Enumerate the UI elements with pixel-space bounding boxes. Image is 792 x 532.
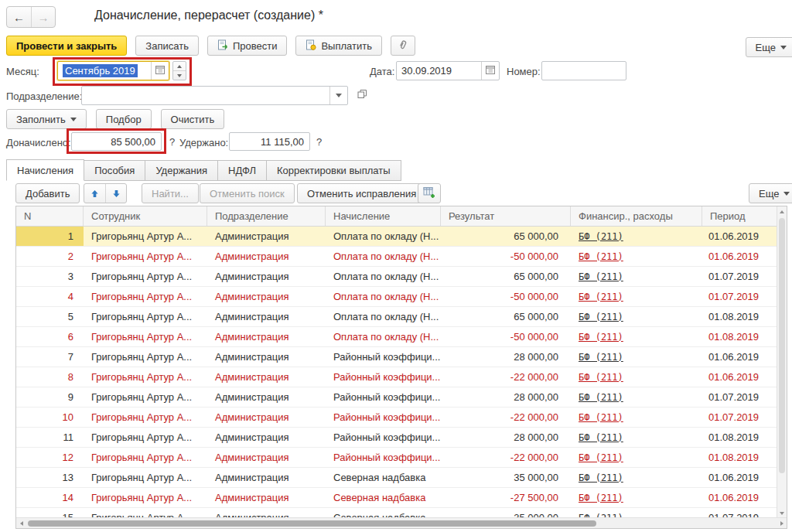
table-row[interactable]: 2Григорьянц Артур А...АдминистрацияОплат…	[16, 247, 787, 267]
cell-department[interactable]: Администрация	[207, 448, 326, 467]
cell-result[interactable]: 65 000,00	[441, 227, 571, 246]
post-button[interactable]: Провести	[207, 36, 288, 56]
table-row[interactable]: 3Григорьянц Артур А...АдминистрацияОплат…	[16, 267, 787, 287]
cell-accrual[interactable]: Районный коэффици...	[326, 408, 441, 427]
cell-period[interactable]: 01.06.2019	[702, 227, 777, 246]
cell-result[interactable]: 28 000,00	[441, 428, 571, 447]
cell-accrual[interactable]: Северная надбавка	[326, 488, 441, 507]
withheld-input[interactable]: 11 115,00	[229, 132, 310, 151]
cell-result[interactable]: -50 000,00	[441, 327, 571, 346]
cell-employee[interactable]: Григорьянц Артур А...	[84, 247, 207, 266]
cell-result[interactable]: 28 000,00	[441, 387, 571, 407]
cell-n[interactable]: 12	[16, 448, 84, 467]
table-row[interactable]: 6Григорьянц Артур А...АдминистрацияОплат…	[16, 327, 787, 347]
cell-department[interactable]: Администрация	[207, 367, 326, 387]
column-header-result[interactable]: Результат	[441, 206, 571, 226]
cell-department[interactable]: Администрация	[207, 428, 326, 447]
cell-result[interactable]: -22 000,00	[441, 408, 571, 427]
move-down-button[interactable]	[105, 184, 126, 203]
table-row[interactable]: 13Григорьянц Артур А...АдминистрацияСеве…	[16, 468, 787, 488]
cell-period[interactable]: 01.06.2019	[702, 247, 777, 266]
cell-period[interactable]: 01.08.2019	[702, 307, 777, 326]
cell-n[interactable]: 14	[16, 488, 84, 507]
cell-employee[interactable]: Григорьянц Артур А...	[84, 287, 207, 306]
cell-period[interactable]: 01.07.2019	[702, 408, 777, 427]
form-more-button[interactable]: Еще	[746, 37, 792, 57]
clear-button[interactable]: Очистить	[161, 109, 225, 129]
cell-employee[interactable]: Григорьянц Артур А...	[84, 488, 207, 507]
cell-employee[interactable]: Григорьянц Артур А...	[84, 227, 207, 246]
cell-period[interactable]: 01.07.2019	[702, 387, 777, 407]
cell-employee[interactable]: Григорьянц Артур А...	[84, 428, 207, 447]
cell-period[interactable]: 01.06.2019	[702, 488, 777, 507]
cell-accrual[interactable]: Оплата по окладу (Н...	[326, 267, 441, 286]
tab-benefits[interactable]: Пособия	[84, 160, 145, 181]
cell-accrual[interactable]: Северная надбавка	[326, 468, 441, 487]
cell-period[interactable]: 01.07.2019	[702, 267, 777, 286]
horizontal-scrollbar[interactable]	[16, 517, 787, 528]
cell-financing-link[interactable]: БФ (211)	[571, 387, 702, 407]
cell-period[interactable]: 01.08.2019	[702, 327, 777, 346]
withheld-help-link[interactable]: ?	[316, 136, 322, 148]
cell-financing-link[interactable]: БФ (211)	[571, 247, 702, 266]
cell-employee[interactable]: Григорьянц Артур А...	[84, 347, 207, 367]
column-header-employee[interactable]: Сотрудник	[84, 206, 207, 226]
cell-department[interactable]: Администрация	[207, 347, 326, 367]
cell-employee[interactable]: Григорьянц Артур А...	[84, 367, 207, 387]
table-row[interactable]: 7Григорьянц Артур А...АдминистрацияРайон…	[16, 347, 787, 367]
cell-result[interactable]: 65 000,00	[441, 267, 571, 286]
vertical-scroll-thumb[interactable]	[779, 218, 785, 473]
cell-result[interactable]: 65 000,00	[441, 307, 571, 326]
cell-accrual[interactable]: Районный коэффици...	[326, 448, 441, 467]
cell-n[interactable]: 2	[16, 247, 84, 266]
cell-accrual[interactable]: Оплата по окладу (Н...	[326, 327, 441, 346]
fill-button[interactable]: Заполнить	[6, 109, 87, 129]
back-button[interactable]: ←	[7, 7, 31, 27]
forward-button[interactable]: →	[31, 7, 55, 27]
tab-accruals[interactable]: Начисления	[6, 159, 84, 181]
month-calendar-button[interactable]	[151, 62, 169, 80]
cell-accrual[interactable]: Районный коэффици...	[326, 347, 441, 367]
table-row[interactable]: 8Григорьянц Артур А...АдминистрацияРайон…	[16, 367, 787, 387]
scroll-up-icon[interactable]	[777, 206, 787, 217]
column-header-period[interactable]: Период	[702, 206, 777, 226]
pick-button[interactable]: Подбор	[96, 109, 152, 129]
table-more-button[interactable]: Еще	[749, 183, 792, 203]
cell-accrual[interactable]: Оплата по окладу (Н...	[326, 247, 441, 266]
add-row-button[interactable]: Добавить	[15, 183, 80, 203]
horizontal-scroll-thumb[interactable]	[28, 520, 596, 527]
table-row[interactable]: 1Григорьянц Артур А...АдминистрацияОплат…	[16, 227, 787, 247]
cell-n[interactable]: 10	[16, 408, 84, 427]
stepper-up-icon[interactable]	[173, 62, 186, 71]
scroll-right-icon[interactable]	[777, 518, 787, 528]
table-row[interactable]: 14Григорьянц Артур А...АдминистрацияСеве…	[16, 488, 787, 508]
cell-n[interactable]: 4	[16, 287, 84, 306]
cell-department[interactable]: Администрация	[207, 247, 326, 266]
cell-financing-link[interactable]: БФ (211)	[571, 468, 702, 487]
month-input[interactable]: Сентябрь 2019	[57, 61, 169, 80]
department-open-button[interactable]	[357, 89, 367, 101]
save-button[interactable]: Записать	[135, 36, 199, 56]
cell-period[interactable]: 01.06.2019	[702, 468, 777, 487]
cell-financing-link[interactable]: БФ (211)	[571, 267, 702, 286]
cell-result[interactable]: -50 000,00	[441, 247, 571, 266]
cell-financing-link[interactable]: БФ (211)	[571, 408, 702, 427]
cell-period[interactable]: 01.06.2019	[702, 367, 777, 387]
cell-accrual[interactable]: Районный коэффици...	[326, 367, 441, 387]
table-row[interactable]: 4Григорьянц Артур А...АдминистрацияОплат…	[16, 287, 787, 307]
cell-department[interactable]: Администрация	[207, 488, 326, 507]
table-row[interactable]: 9Григорьянц Артур А...АдминистрацияРайон…	[16, 387, 787, 408]
cell-financing-link[interactable]: БФ (211)	[571, 448, 702, 467]
cell-employee[interactable]: Григорьянц Артур А...	[84, 408, 207, 427]
scroll-left-icon[interactable]	[16, 518, 26, 528]
cell-financing-link[interactable]: БФ (211)	[571, 227, 702, 246]
cell-employee[interactable]: Григорьянц Артур А...	[84, 387, 207, 407]
cell-financing-link[interactable]: БФ (211)	[571, 428, 702, 447]
cell-n[interactable]: 9	[16, 387, 84, 407]
stepper-down-icon[interactable]	[173, 71, 186, 80]
cell-n[interactable]: 5	[16, 307, 84, 326]
cell-result[interactable]: -22 000,00	[441, 367, 571, 387]
vertical-scrollbar[interactable]	[777, 206, 787, 518]
attachments-button[interactable]	[391, 36, 415, 56]
column-header-financing[interactable]: Финансир., расходы	[571, 206, 702, 226]
